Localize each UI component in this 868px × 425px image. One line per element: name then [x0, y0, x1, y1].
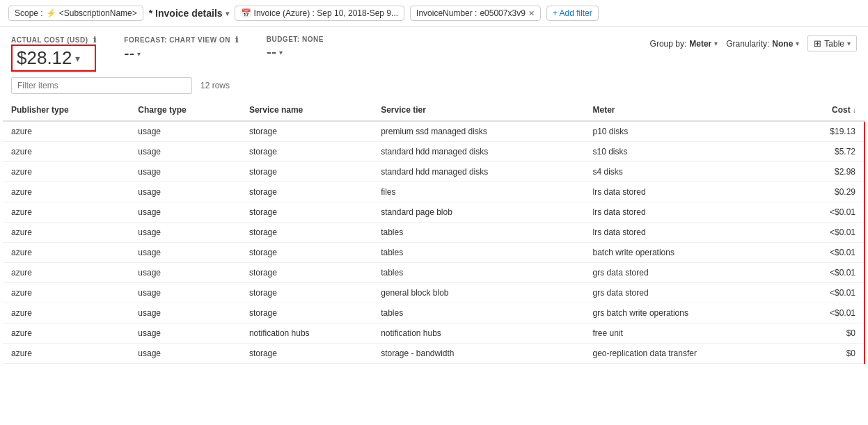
- chevron-down-icon: ▾: [279, 49, 283, 56]
- info-icon: ℹ: [93, 35, 97, 44]
- table-cell: azure: [3, 121, 129, 142]
- table-row: azureusagestoragegeneral block blobgrs d…: [3, 283, 865, 303]
- table-cell: general block blob: [372, 283, 584, 303]
- cost-cell: $0: [791, 323, 865, 344]
- cost-cell: <$0.01: [791, 283, 865, 303]
- grid-icon: ⊞: [814, 38, 821, 49]
- table-cell: azure: [3, 202, 129, 223]
- view-controls: Group by: Meter ▾ Granularity: None ▾ ⊞ …: [650, 35, 857, 51]
- table-cell: usage: [129, 142, 241, 162]
- table-cell: usage: [129, 243, 241, 263]
- forecast-value[interactable]: -- ▾: [124, 45, 238, 63]
- table-cell: usage: [129, 283, 241, 303]
- col-publisher-type[interactable]: Publisher type: [3, 99, 129, 121]
- table-cell: free unit: [585, 323, 791, 344]
- chevron-down-icon: ▾: [137, 50, 141, 58]
- table-row: azureusagestoragestandard hdd managed di…: [3, 162, 865, 182]
- cost-cell: $5.72: [791, 142, 865, 162]
- table-cell: grs data stored: [585, 283, 791, 303]
- table-cell: storage: [241, 223, 372, 243]
- table-cell: azure: [3, 182, 129, 202]
- cost-cell: $0.29: [791, 182, 865, 202]
- col-meter[interactable]: Meter: [585, 99, 791, 121]
- table-cell: tables: [372, 303, 584, 323]
- chevron-down-icon: ▾: [75, 53, 80, 64]
- table-cell: usage: [129, 162, 241, 182]
- group-by-control[interactable]: Group by: Meter ▾: [650, 39, 718, 49]
- table-cell: standard hdd managed disks: [372, 162, 584, 182]
- chevron-down-icon: ▾: [796, 40, 799, 47]
- table-cell: azure: [3, 303, 129, 323]
- table-cell: lrs data stored: [585, 182, 791, 202]
- actual-cost-metric: ACTUAL COST (USD) ℹ $28.12 ▾: [11, 35, 96, 72]
- sort-icon: ↓: [853, 106, 856, 114]
- cost-cell: <$0.01: [791, 263, 865, 283]
- table-cell: storage: [241, 182, 372, 202]
- table-cell: lrs data stored: [585, 223, 791, 243]
- col-service-tier[interactable]: Service tier: [372, 99, 584, 121]
- scope-pill[interactable]: Scope : ⚡ <SubscriptionName>: [8, 6, 143, 21]
- filter-bar: 12 rows: [0, 74, 868, 99]
- table-cell: lrs data stored: [585, 202, 791, 223]
- table-cell: s10 disks: [585, 142, 791, 162]
- table-cell: storage - bandwidth: [372, 344, 584, 364]
- cost-cell: $0: [791, 344, 865, 364]
- table-cell: usage: [129, 182, 241, 202]
- close-icon[interactable]: ✕: [528, 9, 535, 18]
- table-cell: premium ssd managed disks: [372, 121, 584, 142]
- table-row: azureusagestoragefileslrs data stored$0.…: [3, 182, 865, 202]
- invoice-date-filter[interactable]: 📅 Invoice (Azure) : Sep 10, 2018-Sep 9..…: [235, 6, 404, 21]
- table-row: azureusagestoragestandard page bloblrs d…: [3, 202, 865, 223]
- table-cell: azure: [3, 263, 129, 283]
- table-cell: azure: [3, 243, 129, 263]
- col-charge-type[interactable]: Charge type: [129, 99, 241, 121]
- calendar-icon: 📅: [241, 8, 251, 18]
- invoice-number-filter[interactable]: InvoiceNumber : e05007x3v9 ✕: [410, 6, 541, 21]
- table-cell: usage: [129, 223, 241, 243]
- cost-cell: $2.98: [791, 162, 865, 182]
- cost-table: Publisher type Charge type Service name …: [3, 99, 865, 364]
- add-filter-button[interactable]: + Add filter: [546, 6, 599, 21]
- cost-cell: <$0.01: [791, 202, 865, 223]
- filter-input[interactable]: [11, 77, 192, 94]
- table-cell: tables: [372, 263, 584, 283]
- table-row: azureusagestoragetablesgrs data stored<$…: [3, 263, 865, 283]
- actual-cost-value[interactable]: $28.12 ▾: [11, 45, 96, 72]
- table-cell: azure: [3, 142, 129, 162]
- table-cell: azure: [3, 283, 129, 303]
- table-header-row: Publisher type Charge type Service name …: [3, 99, 865, 121]
- col-service-name[interactable]: Service name: [241, 99, 372, 121]
- col-cost[interactable]: Cost ↓: [791, 99, 865, 121]
- table-row: azureusagestoragetableslrs data stored<$…: [3, 223, 865, 243]
- table-cell: standard hdd managed disks: [372, 142, 584, 162]
- forecast-label: FORECAST: CHART VIEW ON ℹ: [124, 35, 238, 45]
- info-icon: ℹ: [235, 35, 239, 44]
- cost-cell: $19.13: [791, 121, 865, 142]
- invoice-details-title[interactable]: * Invoice details ▾: [149, 8, 229, 19]
- budget-value[interactable]: -- ▾: [267, 43, 324, 61]
- scope-value: <SubscriptionName>: [59, 8, 137, 18]
- table-cell: notification hubs: [372, 323, 584, 344]
- table-cell: storage: [241, 202, 372, 223]
- table-cell: usage: [129, 263, 241, 283]
- table-cell: azure: [3, 223, 129, 243]
- table-cell: azure: [3, 344, 129, 364]
- table-cell: storage: [241, 263, 372, 283]
- table-cell: azure: [3, 162, 129, 182]
- table-row: azureusagestoragestandard hdd managed di…: [3, 142, 865, 162]
- data-table-container: Publisher type Charge type Service name …: [0, 99, 868, 364]
- table-cell: tables: [372, 243, 584, 263]
- table-row: azureusagestoragestorage - bandwidthgeo-…: [3, 344, 865, 364]
- table-row: azureusagestoragetablesbatch write opera…: [3, 243, 865, 263]
- table-cell: azure: [3, 323, 129, 344]
- table-cell: usage: [129, 202, 241, 223]
- table-cell: storage: [241, 243, 372, 263]
- table-row: azureusagestoragetablesgrs batch write o…: [3, 303, 865, 323]
- granularity-control[interactable]: Granularity: None ▾: [726, 39, 799, 49]
- table-cell: s4 disks: [585, 162, 791, 182]
- table-cell: usage: [129, 344, 241, 364]
- table-view-button[interactable]: ⊞ Table ▾: [807, 35, 857, 51]
- table-cell: tables: [372, 223, 584, 243]
- budget-metric: BUDGET: NONE -- ▾: [267, 35, 324, 61]
- scope-label: Scope :: [15, 8, 43, 18]
